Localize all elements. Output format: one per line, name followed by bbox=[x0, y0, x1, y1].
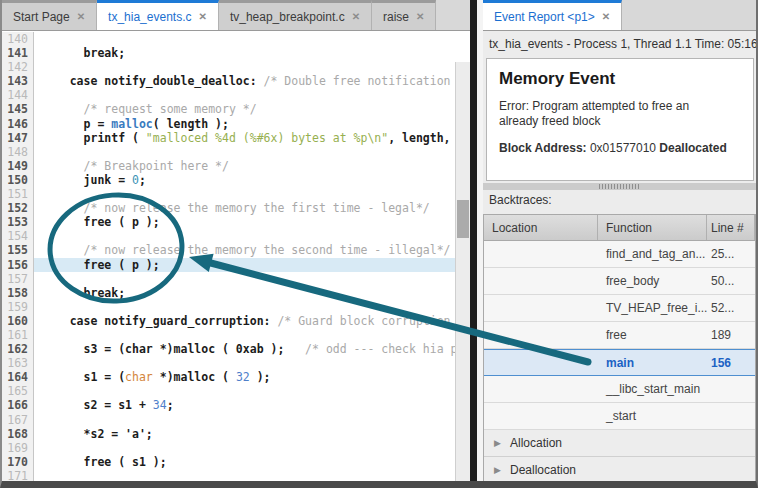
code-line[interactable]: 157 bbox=[2, 272, 456, 286]
line-number[interactable]: 162 bbox=[2, 342, 34, 356]
close-icon[interactable]: ✕ bbox=[77, 11, 85, 22]
backtrace-row[interactable]: _start bbox=[484, 403, 755, 430]
code-line[interactable]: 160 case notify_guard_corruption: /* Gua… bbox=[2, 314, 456, 328]
code-line[interactable]: 158 break; bbox=[2, 286, 456, 300]
close-icon[interactable]: ✕ bbox=[602, 11, 610, 22]
code-line[interactable]: 155 /* now release the memory the second… bbox=[2, 243, 456, 257]
tab-event-report[interactable]: Event Report <p1> ✕ bbox=[483, 0, 622, 30]
line-number[interactable]: 154 bbox=[2, 229, 34, 243]
code-line[interactable]: 141 break; bbox=[2, 46, 456, 60]
line-number[interactable]: 156 bbox=[2, 258, 34, 272]
backtrace-row[interactable]: __libc_start_main bbox=[484, 376, 755, 403]
line-number[interactable]: 167 bbox=[2, 413, 34, 427]
code-line[interactable]: 171 bbox=[2, 469, 456, 482]
code-lines[interactable]: 140141 break;142143 case notify_double_d… bbox=[2, 32, 456, 482]
line-number[interactable]: 166 bbox=[2, 398, 34, 412]
line-number[interactable]: 143 bbox=[2, 74, 34, 88]
code-line[interactable]: 150 junk = 0; bbox=[2, 173, 456, 187]
code-line[interactable]: 164 s1 = (char *)malloc ( 32 ); bbox=[2, 370, 456, 384]
code-line[interactable]: 154 bbox=[2, 229, 456, 243]
code-line[interactable]: 167 bbox=[2, 413, 456, 427]
code-line[interactable]: 148 bbox=[2, 145, 456, 159]
backtrace-row[interactable]: free_body50... bbox=[484, 268, 755, 295]
code-line[interactable]: 142 bbox=[2, 60, 456, 74]
line-number[interactable]: 160 bbox=[2, 314, 34, 328]
tab-raise[interactable]: raise✕ bbox=[372, 0, 436, 30]
close-icon[interactable]: ✕ bbox=[416, 11, 424, 22]
line-number[interactable]: 157 bbox=[2, 272, 34, 286]
line-number[interactable]: 155 bbox=[2, 243, 34, 257]
code-line[interactable]: 147 printf ( "malloced %4d (%#6x) bytes … bbox=[2, 131, 456, 145]
line-number[interactable]: 159 bbox=[2, 300, 34, 314]
code-line[interactable]: 146 p = malloc( length ); bbox=[2, 117, 456, 131]
code-line[interactable]: 168 *s2 = 'a'; bbox=[2, 427, 456, 441]
code-line[interactable]: 140 bbox=[2, 32, 456, 46]
code-line[interactable]: 165 bbox=[2, 384, 456, 398]
backtrace-row[interactable]: find_and_tag_an...25... bbox=[484, 241, 755, 268]
line-number[interactable]: 171 bbox=[2, 469, 34, 482]
line-number[interactable]: 140 bbox=[2, 32, 34, 46]
tab-start-page[interactable]: Start Page✕ bbox=[2, 0, 97, 30]
code-line[interactable]: 159 bbox=[2, 300, 456, 314]
line-number[interactable]: 170 bbox=[2, 455, 34, 469]
code-line[interactable]: 151 bbox=[2, 187, 456, 201]
line-number[interactable]: 165 bbox=[2, 384, 34, 398]
section-row-allocation[interactable]: ▶Allocation bbox=[484, 430, 755, 457]
code-line[interactable]: 149 /* Breakpoint here */ bbox=[2, 159, 456, 173]
column-header-ln[interactable]: Line # bbox=[707, 215, 755, 240]
code-line[interactable]: 156 free ( p ); bbox=[2, 258, 456, 272]
close-icon[interactable]: ✕ bbox=[352, 11, 360, 22]
editor-scrollbar-thumb[interactable] bbox=[457, 200, 469, 238]
tab-tv-heap-breakpoint-c[interactable]: tv_heap_breakpoint.c✕ bbox=[219, 0, 372, 30]
report-splitter[interactable] bbox=[483, 183, 756, 190]
code-line[interactable]: 162 s3 = (char *)malloc ( 0xab ); /* odd… bbox=[2, 342, 456, 356]
code-text bbox=[34, 32, 456, 46]
code-line[interactable]: 145 /* request some memory */ bbox=[2, 102, 456, 116]
line-number[interactable]: 161 bbox=[2, 328, 34, 342]
code-text bbox=[34, 145, 456, 159]
expand-icon[interactable]: ▶ bbox=[494, 465, 504, 475]
code-line[interactable]: 161 bbox=[2, 328, 456, 342]
cell-line: 50... bbox=[707, 274, 755, 288]
line-number[interactable]: 152 bbox=[2, 201, 34, 215]
line-number[interactable]: 153 bbox=[2, 215, 34, 229]
code-line[interactable]: 153 free ( p ); bbox=[2, 215, 456, 229]
line-number[interactable]: 164 bbox=[2, 370, 34, 384]
code-line[interactable]: 163 bbox=[2, 356, 456, 370]
code-line[interactable]: 144 bbox=[2, 88, 456, 102]
line-number[interactable]: 168 bbox=[2, 427, 34, 441]
tab-tx-hia-events-c[interactable]: tx_hia_events.c✕ bbox=[97, 0, 219, 30]
line-number[interactable]: 150 bbox=[2, 173, 34, 187]
line-number[interactable]: 151 bbox=[2, 187, 34, 201]
code-editor[interactable]: 140141 break;142143 case notify_double_d… bbox=[2, 30, 470, 482]
code-line[interactable]: 143 case notify_double_dealloc: /* Doubl… bbox=[2, 74, 456, 88]
line-number[interactable]: 141 bbox=[2, 46, 34, 60]
code-line[interactable]: 152 /* now release the memory the first … bbox=[2, 201, 456, 215]
cell-function: TV_HEAP_free_i... bbox=[598, 301, 707, 315]
line-number[interactable]: 142 bbox=[2, 60, 34, 74]
code-line[interactable]: 166 s2 = s1 + 34; bbox=[2, 398, 456, 412]
section-row-deallocation[interactable]: ▶Deallocation bbox=[484, 457, 755, 481]
line-number[interactable]: 144 bbox=[2, 88, 34, 102]
line-number[interactable]: 145 bbox=[2, 102, 34, 116]
line-number[interactable]: 158 bbox=[2, 286, 34, 300]
line-number[interactable]: 148 bbox=[2, 145, 34, 159]
line-number[interactable]: 147 bbox=[2, 131, 34, 145]
column-header-loc[interactable]: Location bbox=[484, 215, 598, 240]
code-line[interactable]: 169 bbox=[2, 441, 456, 455]
line-number[interactable]: 169 bbox=[2, 441, 34, 455]
cell-line: 25... bbox=[707, 247, 755, 261]
close-icon[interactable]: ✕ bbox=[198, 11, 206, 22]
editor-tabbar: Start Page✕tx_hia_events.c✕tv_heap_break… bbox=[2, 0, 470, 30]
code-line[interactable]: 170 free ( s1 ); bbox=[2, 455, 456, 469]
backtrace-row[interactable]: free189 bbox=[484, 322, 755, 349]
expand-icon[interactable]: ▶ bbox=[494, 438, 504, 448]
line-number[interactable]: 146 bbox=[2, 117, 34, 131]
line-number[interactable]: 163 bbox=[2, 356, 34, 370]
pane-splitter[interactable] bbox=[470, 0, 477, 488]
line-number[interactable]: 149 bbox=[2, 159, 34, 173]
editor-scrollbar[interactable] bbox=[455, 62, 470, 482]
column-header-fn[interactable]: Function bbox=[598, 215, 707, 240]
backtrace-row[interactable]: TV_HEAP_free_i...52... bbox=[484, 295, 755, 322]
backtrace-row[interactable]: main156 bbox=[484, 349, 755, 376]
